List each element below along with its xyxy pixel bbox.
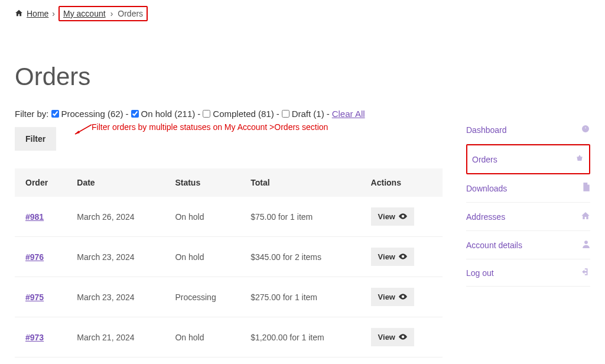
sidebar-item-downloads[interactable]: Downloads (466, 174, 590, 203)
page-title: Orders (15, 63, 443, 91)
th-total: Total (243, 168, 363, 197)
order-link[interactable]: #976 (25, 252, 44, 262)
filter-checkbox-onhold[interactable] (131, 110, 139, 118)
filter-checkbox-processing[interactable] (51, 110, 59, 118)
filter-option-label: Completed (81) (213, 109, 274, 119)
order-date: March 21, 2024 (70, 317, 168, 358)
svg-marker-0 (75, 131, 80, 134)
account-sidebar: DashboardOrdersDownloadsAddressesAccount… (466, 21, 590, 364)
sidebar-item-log-out[interactable]: Log out (466, 259, 590, 287)
sidebar-item-label: Addresses (466, 212, 505, 222)
order-total: $1,200.00 for 1 item (243, 317, 363, 358)
svg-point-1 (584, 240, 588, 244)
eye-icon (399, 292, 407, 301)
eye-icon (399, 212, 407, 221)
order-status: On hold (168, 237, 243, 277)
breadcrumb-current: Orders (118, 9, 143, 18)
sidebar-item-label: Orders (472, 155, 497, 164)
sidebar-item-label: Log out (466, 268, 494, 278)
table-row: #976March 23, 2024On hold$345.00 for 2 i… (15, 237, 443, 277)
order-total: $75.00 for 1 item (243, 197, 363, 237)
breadcrumb-my-account[interactable]: My account (63, 9, 106, 18)
logout-icon (581, 268, 590, 278)
sidebar-item-label: Dashboard (466, 125, 507, 135)
order-status: On hold (168, 197, 243, 237)
view-button[interactable]: View (371, 248, 414, 266)
sidebar-item-dashboard[interactable]: Dashboard (466, 116, 590, 144)
filter-checkbox-completed[interactable] (203, 110, 210, 118)
th-order: Order (15, 168, 70, 197)
view-button[interactable]: View (371, 288, 414, 306)
filter-label: Filter by: (15, 109, 49, 119)
order-total: $275.00 for 1 item (243, 277, 363, 317)
order-date: March 23, 2024 (70, 277, 168, 317)
order-status: On hold (168, 358, 243, 365)
table-row: #972March 21, 2024On hold$270.00 for 1 i… (15, 358, 443, 365)
order-link[interactable]: #973 (25, 333, 44, 342)
sidebar-item-addresses[interactable]: Addresses (466, 203, 590, 231)
th-actions: Actions (364, 168, 443, 197)
order-status: On hold (168, 317, 243, 358)
chevron-right-icon: › (52, 9, 55, 18)
home-icon (581, 211, 590, 222)
annotation-arrow-icon (73, 124, 93, 136)
order-link[interactable]: #975 (25, 292, 44, 302)
order-total: $345.00 for 2 items (243, 237, 363, 277)
sidebar-item-account-details[interactable]: Account details (466, 231, 590, 259)
user-icon (582, 239, 590, 251)
view-button[interactable]: View (371, 328, 414, 346)
order-date: March 26, 2024 (70, 197, 168, 237)
orders-table: Order Date Status Total Actions #981Marc… (15, 168, 443, 364)
home-icon (15, 9, 23, 19)
filter-option-label: Processing (62) (61, 109, 123, 119)
basket-icon (575, 154, 584, 165)
sidebar-item-label: Account details (466, 240, 522, 250)
table-row: #975March 23, 2024Processing$275.00 for … (15, 277, 443, 317)
dashboard-icon (581, 124, 590, 135)
file-icon (582, 183, 590, 194)
clear-all-link[interactable]: Clear All (332, 109, 365, 119)
th-status: Status (168, 168, 243, 197)
breadcrumb-highlight: My account › Orders (58, 6, 148, 21)
chevron-right-icon: › (110, 9, 113, 18)
order-link[interactable]: #981 (25, 212, 44, 222)
sidebar-item-label: Downloads (466, 184, 507, 193)
view-button[interactable]: View (371, 207, 414, 226)
order-status: Processing (168, 277, 243, 317)
order-date: March 23, 2024 (70, 237, 168, 277)
filter-checkbox-draft[interactable] (282, 110, 290, 118)
filter-row: Filter by: Processing (62) - On hold (21… (15, 109, 443, 119)
th-date: Date (70, 168, 168, 197)
order-total: $270.00 for 1 item (243, 358, 363, 365)
filter-button[interactable]: Filter (15, 127, 56, 151)
filter-option-label: Draft (1) (292, 109, 324, 119)
breadcrumb: Home › My account › Orders (0, 0, 605, 21)
annotation-text: Filter orders by multiple statuses on My… (92, 122, 328, 132)
table-row: #973March 21, 2024On hold$1,200.00 for 1… (15, 317, 443, 358)
eye-icon (399, 252, 407, 261)
breadcrumb-home[interactable]: Home (27, 9, 48, 18)
filter-option-label: On hold (211) (141, 109, 196, 119)
table-row: #981March 26, 2024On hold$75.00 for 1 it… (15, 197, 443, 237)
order-date: March 21, 2024 (70, 358, 168, 365)
eye-icon (399, 333, 407, 342)
sidebar-item-orders[interactable]: Orders (466, 144, 590, 174)
